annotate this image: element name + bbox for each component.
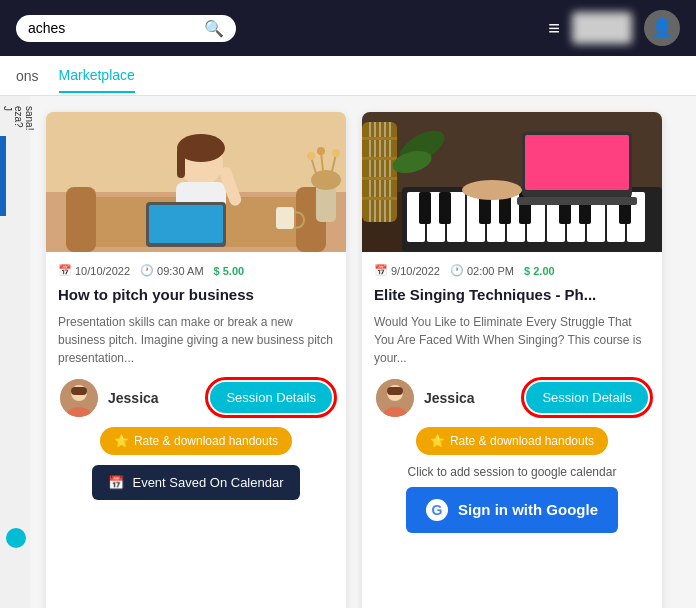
rate-btn-1[interactable]: ⭐ Rate & download handouts: [100, 427, 292, 455]
user-avatar: [572, 12, 632, 44]
sidebar-circle[interactable]: [6, 528, 26, 548]
search-bar[interactable]: 🔍: [16, 15, 236, 42]
card-date-2: 📅 9/10/2022: [374, 264, 440, 277]
author-avatar-2: [376, 379, 414, 417]
card-title-1: How to pitch your business: [58, 285, 334, 305]
svg-rect-50: [419, 192, 431, 224]
calendar-add-text: Click to add session to google calendar: [374, 465, 650, 479]
event-saved-btn[interactable]: 📅 Event Saved On Calendar: [92, 465, 299, 500]
svg-rect-68: [387, 387, 403, 395]
nav-item-ons[interactable]: ons: [16, 60, 39, 92]
star-icon-1: ⭐: [114, 434, 129, 448]
svg-rect-34: [362, 157, 397, 160]
account-person-icon: 👤: [651, 17, 673, 39]
author-name-1: Jessica: [108, 390, 200, 406]
header-right: ≡ 👤: [548, 10, 680, 46]
card-meta-2: 📅 9/10/2022 🕐 02:00 PM $ 2.00: [374, 264, 650, 277]
card-image-2: [362, 112, 662, 252]
card-body-2: 📅 9/10/2022 🕐 02:00 PM $ 2.00 Elite Sing…: [362, 252, 662, 545]
card-price-2: $ 2.00: [524, 265, 555, 277]
card-desc-2: Would You Like to Eliminate Every Strugg…: [374, 313, 650, 367]
card-desc-1: Presentation skills can make or break a …: [58, 313, 334, 367]
main-content: sana! eza? J: [0, 96, 696, 608]
author-avatar-1: [60, 379, 98, 417]
svg-rect-12: [276, 207, 294, 229]
svg-point-19: [317, 147, 325, 155]
rate-btn-2[interactable]: ⭐ Rate & download handouts: [416, 427, 608, 455]
calendar-icon-event: 📅: [108, 475, 124, 490]
card-body-1: 📅 10/10/2022 🕐 09:30 AM $ 5.00 How to pi…: [46, 252, 346, 512]
svg-rect-61: [525, 135, 629, 190]
svg-point-58: [462, 180, 522, 200]
card-2: 📅 9/10/2022 🕐 02:00 PM $ 2.00 Elite Sing…: [362, 112, 662, 608]
sidebar-text: sana! eza? J: [2, 106, 35, 130]
svg-rect-33: [362, 137, 397, 140]
svg-rect-7: [177, 148, 185, 178]
sidebar-blue-bar: [0, 136, 6, 216]
clock-icon: 🕐: [140, 264, 154, 277]
card-time-2: 🕐 02:00 PM: [450, 264, 514, 277]
card-price-1: $ 5.00: [214, 265, 245, 277]
svg-rect-35: [362, 177, 397, 180]
card-title-2: Elite Singing Techniques - Ph...: [374, 285, 650, 305]
card-image-1: [46, 112, 346, 252]
card-date-1: 📅 10/10/2022: [58, 264, 130, 277]
account-icon[interactable]: 👤: [644, 10, 680, 46]
nav-bar: ons Marketplace: [0, 56, 696, 96]
hamburger-icon[interactable]: ≡: [548, 17, 560, 40]
author-row-1: Jessica Session Details: [58, 379, 334, 417]
clock-icon-2: 🕐: [450, 264, 464, 277]
svg-rect-3: [66, 187, 96, 252]
svg-point-20: [332, 149, 340, 157]
search-input[interactable]: [28, 20, 204, 36]
left-sidebar: sana! eza? J: [0, 96, 30, 608]
svg-rect-24: [71, 387, 87, 395]
session-details-btn-2[interactable]: Session Details: [526, 382, 648, 413]
star-icon-2: ⭐: [430, 434, 445, 448]
cards-container: 📅 10/10/2022 🕐 09:30 AM $ 5.00 How to pi…: [30, 96, 696, 608]
svg-rect-51: [439, 192, 451, 224]
card-time-1: 🕐 09:30 AM: [140, 264, 203, 277]
svg-rect-36: [362, 197, 397, 200]
calendar-icon: 📅: [58, 264, 72, 277]
card-1: 📅 10/10/2022 🕐 09:30 AM $ 5.00 How to pi…: [46, 112, 346, 608]
search-icon: 🔍: [204, 19, 224, 38]
svg-rect-11: [149, 205, 223, 243]
google-icon: G: [426, 499, 448, 521]
header: 🔍 ≡ 👤: [0, 0, 696, 56]
session-details-btn-1[interactable]: Session Details: [210, 382, 332, 413]
svg-point-18: [307, 152, 315, 160]
svg-rect-62: [517, 197, 637, 205]
calendar-icon-2: 📅: [374, 264, 388, 277]
author-row-2: Jessica Session Details: [374, 379, 650, 417]
google-signin-btn[interactable]: G Sign in with Google: [406, 487, 618, 533]
nav-item-marketplace[interactable]: Marketplace: [59, 59, 135, 93]
card-meta-1: 📅 10/10/2022 🕐 09:30 AM $ 5.00: [58, 264, 334, 277]
author-name-2: Jessica: [424, 390, 516, 406]
